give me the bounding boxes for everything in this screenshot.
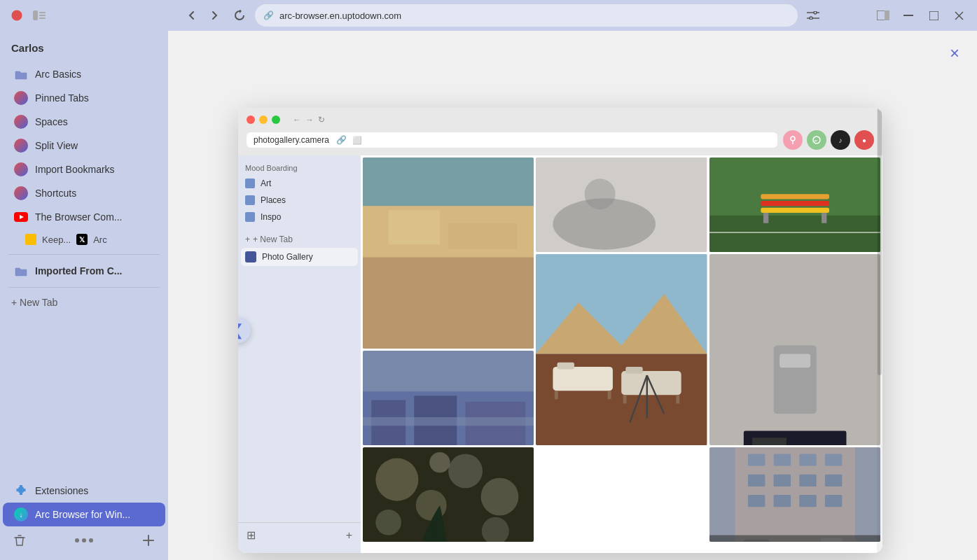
sidebar-item-arc-basics[interactable]: Arc Basics: [3, 62, 165, 86]
browser-preview: ❮ ← → ↻ p: [238, 108, 882, 553]
svg-point-17: [791, 136, 795, 141]
footer-trash-icon[interactable]: [11, 532, 28, 549]
forward-button[interactable]: [205, 6, 224, 25]
bs-new-tab-button[interactable]: + + New Tab: [238, 231, 361, 248]
maximize-dot[interactable]: [272, 115, 280, 124]
svg-rect-2: [39, 15, 46, 16]
nav-buttons: [182, 6, 249, 25]
bs-item-inspo[interactable]: Inspo: [238, 209, 361, 225]
reload-button[interactable]: [230, 6, 249, 25]
split-view-arc-icon: [14, 139, 28, 153]
address-bar[interactable]: 🔗 arc-browser.en.uptodown.com: [255, 4, 798, 27]
new-tab-button[interactable]: + New Tab: [0, 292, 168, 313]
pinterest-icon[interactable]: [783, 130, 803, 150]
svg-rect-56: [608, 391, 611, 399]
sidebar-divider-2: [8, 287, 160, 288]
x-tab-icon[interactable]: 𝕏: [76, 234, 88, 245]
share-icon: ⬜: [352, 136, 362, 145]
browser-sidebar-footer: ⊞ +: [238, 522, 361, 547]
whatsapp-icon[interactable]: [807, 130, 826, 150]
spaces-arc-icon: [14, 115, 28, 129]
svg-rect-77: [773, 475, 790, 486]
sidebar-item-import-bookmarks[interactable]: Import Bookmarks: [3, 158, 165, 181]
sidebar-right-button[interactable]: [873, 6, 893, 25]
scrollbar-thumb[interactable]: [878, 155, 882, 375]
browser-back-button[interactable]: ←: [293, 115, 301, 125]
sidebar-item-pinned-tabs[interactable]: Pinned Tabs: [3, 86, 165, 110]
svg-rect-11: [929, 11, 938, 20]
svg-rect-41: [752, 438, 787, 445]
photo-shadow-path[interactable]: [536, 158, 707, 252]
x-tab-label[interactable]: Arc: [93, 234, 107, 245]
keep-tab-icon[interactable]: [25, 234, 36, 245]
browser-toolbar-icons: ♪ ●: [783, 130, 874, 150]
photo-desert-loungers[interactable]: [536, 254, 707, 445]
shortcuts-label: Shortcuts: [35, 188, 154, 199]
svg-rect-1: [39, 12, 46, 13]
link-icon: 🔗: [263, 10, 274, 20]
dot-2: [82, 538, 86, 542]
close-overlay-button[interactable]: ×: [943, 42, 966, 64]
photo-street-aerial[interactable]: [363, 351, 534, 445]
photo-lights-bokeh[interactable]: [363, 447, 534, 542]
sidebar-divider-1: [8, 254, 160, 255]
bs-item-art[interactable]: Art: [238, 175, 361, 192]
maximize-button[interactable]: [924, 6, 943, 25]
sidebar-item-imported-from[interactable]: Imported From C...: [3, 259, 165, 283]
scrollbar[interactable]: [877, 155, 882, 553]
browser-address-bar[interactable]: photogallery.camera 🔗 ⬜: [247, 132, 777, 148]
places-label: Places: [261, 195, 286, 205]
photo-paris-building[interactable]: [709, 447, 880, 542]
arc-basics-label: Arc Basics: [35, 69, 154, 80]
footer-add-button[interactable]: [140, 532, 157, 549]
extensions-label: Extensiones: [35, 485, 154, 496]
browser-reload-button[interactable]: ↻: [318, 115, 325, 125]
arc-browser-label: Arc Browser for Win...: [35, 509, 154, 520]
back-button[interactable]: [182, 6, 202, 25]
browser-forward-button[interactable]: →: [305, 115, 314, 125]
browser-footer-icon[interactable]: ⊞: [247, 528, 256, 542]
svg-rect-24: [389, 210, 440, 244]
browser-chrome: ← → ↻ photogallery.camera 🔗 ⬜: [238, 108, 882, 155]
imported-folder-icon: [14, 264, 28, 278]
bs-item-photo-gallery[interactable]: Photo Gallery: [241, 248, 358, 266]
sidebar-item-arc-browser[interactable]: ↓ Arc Browser for Win...: [3, 503, 165, 526]
controls-icon[interactable]: [803, 6, 823, 25]
arc-logo-icon[interactable]: [8, 7, 25, 24]
import-bookmarks-arc-icon: [14, 162, 28, 176]
browser-footer-add-icon[interactable]: +: [346, 529, 352, 542]
svg-rect-33: [761, 208, 829, 213]
tiktok-icon[interactable]: ♪: [831, 130, 850, 150]
footer-bar: [0, 526, 168, 554]
sidebar-item-split-view[interactable]: Split View: [3, 134, 165, 158]
close-dot[interactable]: [247, 115, 255, 124]
svg-rect-55: [555, 391, 558, 399]
svg-point-19: [813, 136, 820, 144]
sidebar-item-spaces[interactable]: Spaces: [3, 110, 165, 134]
keep-tab-label[interactable]: Keep...: [42, 234, 71, 245]
spotify-icon[interactable]: ●: [854, 130, 874, 150]
svg-rect-81: [773, 495, 790, 507]
photo-beach-aerial[interactable]: [363, 158, 534, 349]
svg-rect-0: [33, 10, 38, 20]
bs-item-places[interactable]: Places: [238, 192, 361, 209]
youtube-icon: [14, 210, 28, 224]
bs-new-tab-label: + New Tab: [253, 234, 293, 244]
svg-rect-39: [779, 354, 810, 368]
sidebar: Carlos Arc Basics Pinned Tabs Spaces: [0, 31, 168, 560]
photo-green-bench[interactable]: [709, 158, 880, 252]
photo-wall-switch[interactable]: [709, 254, 880, 445]
sidebar-toggle-button[interactable]: [31, 7, 48, 24]
minimize-button[interactable]: [899, 6, 918, 25]
minimize-dot[interactable]: [259, 115, 268, 124]
new-tab-label: + New Tab: [11, 297, 57, 308]
sidebar-item-browser-company[interactable]: The Browser Com...: [3, 205, 165, 229]
svg-rect-9: [885, 10, 889, 20]
sidebar-item-extensions[interactable]: Extensiones: [3, 479, 165, 503]
svg-point-63: [375, 458, 418, 501]
svg-point-5: [814, 11, 817, 14]
close-button[interactable]: [949, 6, 969, 25]
sidebar-item-shortcuts[interactable]: Shortcuts: [3, 181, 165, 205]
footer-dots: [36, 538, 132, 542]
user-name: Carlos: [0, 36, 168, 62]
